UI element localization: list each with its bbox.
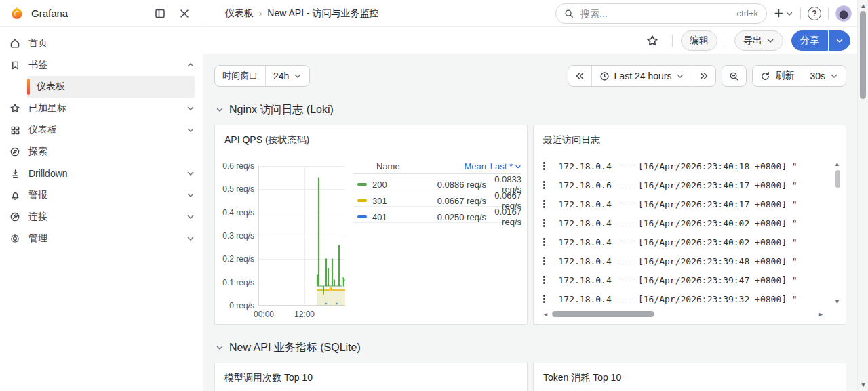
variable-label: 时间窗口	[215, 66, 265, 86]
new-button[interactable]	[774, 8, 793, 18]
sidebar-item-bookmarks[interactable]: 书签	[0, 54, 203, 76]
row-menu-icon[interactable]	[539, 257, 549, 265]
chevron-down-icon	[186, 169, 195, 178]
chevron-down-icon	[830, 72, 838, 80]
breadcrumb-parent[interactable]: 仪表板	[225, 7, 254, 20]
log-row[interactable]: 172.18.0.4 - - [16/Apr/2026:23:39:47 +08…	[539, 270, 827, 289]
chevron-down-icon	[186, 126, 195, 134]
y-axis-tick: 0 req/s	[216, 301, 254, 310]
sidebar-item-connections[interactable]: 连接	[0, 206, 203, 228]
time-shift-back-button[interactable]	[568, 66, 591, 86]
sidebar-item-label: 连接	[28, 211, 178, 223]
legend-row[interactable]: 401 0.0250 req/s 0.0167 req/s	[353, 207, 521, 223]
log-row[interactable]: 172.18.0.4 - - [16/Apr/2026:23:40:02 +08…	[539, 232, 827, 251]
sidebar-item-label: Drilldown	[28, 168, 178, 179]
log-row[interactable]: 172.18.0.6 - - [16/Apr/2026:23:40:17 +08…	[539, 176, 827, 194]
row-nginx-header[interactable]: Nginx 访问日志 (Loki)	[216, 102, 846, 118]
close-sidebar-icon[interactable]	[176, 5, 193, 22]
sidebar-header: Grafana	[0, 0, 203, 27]
sidebar-item-explore[interactable]: 探索	[0, 141, 203, 163]
log-row[interactable]: 172.18.0.4 - - [16/Apr/2026:23:39:32 +08…	[539, 289, 827, 308]
breadcrumb: 仪表板 › New API - 访问与业务监控	[225, 7, 378, 20]
row-newapi-header[interactable]: New API 业务指标 (SQLite)	[216, 339, 846, 356]
scroll-right-icon[interactable]: ►	[818, 312, 824, 318]
plus-icon	[774, 8, 784, 18]
horizontal-scrollbar-thumb[interactable]	[552, 311, 654, 317]
share-split-button: 分享	[791, 30, 850, 51]
chevron-down-icon	[785, 9, 793, 18]
user-avatar[interactable]	[835, 5, 852, 22]
sidebar-item-dashboards[interactable]: 仪表板	[0, 119, 203, 141]
scroll-up-icon[interactable]: ▲	[834, 161, 840, 167]
variable-value-dropdown[interactable]: 24h	[265, 66, 309, 86]
log-row[interactable]: 172.18.0.4 - - [16/Apr/2026:23:40:02 +08…	[539, 213, 827, 232]
chevron-down-icon	[186, 104, 195, 112]
search-input[interactable]	[579, 7, 732, 20]
log-row[interactable]: 172.18.0.4 - - [16/Apr/2026:23:39:48 +08…	[539, 251, 827, 270]
chevron-down-icon	[186, 234, 195, 243]
series-swatch	[357, 199, 367, 202]
breadcrumb-separator: ›	[259, 8, 262, 18]
compass-icon	[9, 146, 20, 157]
row-menu-icon[interactable]	[539, 219, 549, 227]
panel-title[interactable]: 模型调用次数 Top 10	[224, 372, 313, 384]
edit-button[interactable]: 编辑	[681, 30, 717, 51]
qps-plot-area[interactable]	[258, 166, 345, 306]
page-scroll-up-icon[interactable]: ▲	[860, 3, 867, 9]
dock-sidebar-icon[interactable]	[151, 5, 169, 22]
legend-row[interactable]: 200 0.0886 req/s 0.0833 req/s	[353, 174, 521, 190]
divider	[672, 35, 673, 47]
search-shortcut: ctrl+k	[737, 8, 758, 18]
legend-header-mean[interactable]: Mean	[413, 161, 486, 171]
log-row[interactable]: 172.18.0.4 - - [16/Apr/2026:23:40:18 +08…	[539, 157, 827, 176]
home-icon	[9, 38, 20, 49]
row-menu-icon[interactable]	[539, 238, 549, 246]
chevron-down-icon	[186, 191, 195, 199]
divider	[828, 7, 829, 20]
export-button[interactable]: 导出	[734, 30, 783, 51]
log-row[interactable]: 172.18.0.4 - - [16/Apr/2026:23:40:17 +08…	[539, 194, 827, 213]
sidebar-item-starred[interactable]: 已加星标	[0, 98, 203, 119]
page-scroll-down-icon[interactable]: ▼	[860, 382, 867, 388]
scroll-left-icon[interactable]: ◄	[542, 312, 549, 318]
panel-api-qps: API QPS (按状态码) 0.6 req/s 0.5 req/s 0.4 r…	[214, 125, 528, 325]
row-menu-icon[interactable]	[539, 295, 549, 303]
share-menu-button[interactable]	[829, 30, 850, 51]
panel-title[interactable]: 最近访问日志	[543, 134, 600, 146]
share-button[interactable]: 分享	[791, 30, 828, 51]
sidebar-item-bookmark-dashboards[interactable]: 仪表板	[27, 76, 195, 98]
vertical-scrollbar-thumb[interactable]	[835, 170, 840, 188]
refresh-interval-dropdown[interactable]: 30s	[802, 66, 846, 86]
refresh-button[interactable]: 刷新	[753, 66, 802, 86]
legend-header-name[interactable]: Name	[353, 161, 413, 171]
page-scrollbar[interactable]: ▲ ▼	[857, 0, 868, 391]
panel-model-calls-top10: 模型调用次数 Top 10	[214, 363, 528, 391]
panel-title[interactable]: Token 消耗 Top 10	[543, 372, 621, 384]
variable-control: 时间窗口 24h	[214, 65, 310, 87]
row-menu-icon[interactable]	[539, 276, 549, 284]
plug-icon	[9, 211, 20, 222]
sidebar-item-label: 书签	[28, 59, 178, 71]
page-scrollbar-thumb[interactable]	[860, 11, 866, 99]
chevron-down-icon	[186, 213, 195, 221]
zoom-out-button[interactable]	[722, 66, 746, 86]
favorite-star-icon[interactable]	[646, 35, 658, 47]
sidebar-item-alerting[interactable]: 警报	[0, 184, 203, 206]
scroll-down-icon[interactable]: ▼	[834, 299, 840, 305]
time-shift-forward-button[interactable]	[692, 66, 715, 86]
sidebar-item-drilldown[interactable]: Drilldown	[0, 163, 203, 184]
sidebar-item-administration[interactable]: 管理	[0, 228, 203, 249]
legend-header-last[interactable]: Last *	[486, 161, 521, 171]
help-icon[interactable]: ?	[808, 7, 821, 20]
row-menu-icon[interactable]	[539, 200, 549, 208]
panel-title[interactable]: API QPS (按状态码)	[224, 134, 309, 146]
sidebar-item-label: 仪表板	[28, 124, 178, 136]
refresh-control: 刷新 30s	[752, 65, 846, 87]
legend-row[interactable]: 301 0.0667 req/s 0.0667 req/s	[353, 190, 521, 207]
row-menu-icon[interactable]	[539, 181, 549, 189]
x-axis-tick: 00:00	[254, 310, 274, 319]
sidebar-item-home[interactable]: 首页	[0, 33, 203, 54]
search-box[interactable]: ctrl+k	[555, 3, 767, 24]
row-menu-icon[interactable]	[539, 162, 549, 170]
time-range-picker[interactable]: Last 24 hours	[591, 66, 692, 86]
